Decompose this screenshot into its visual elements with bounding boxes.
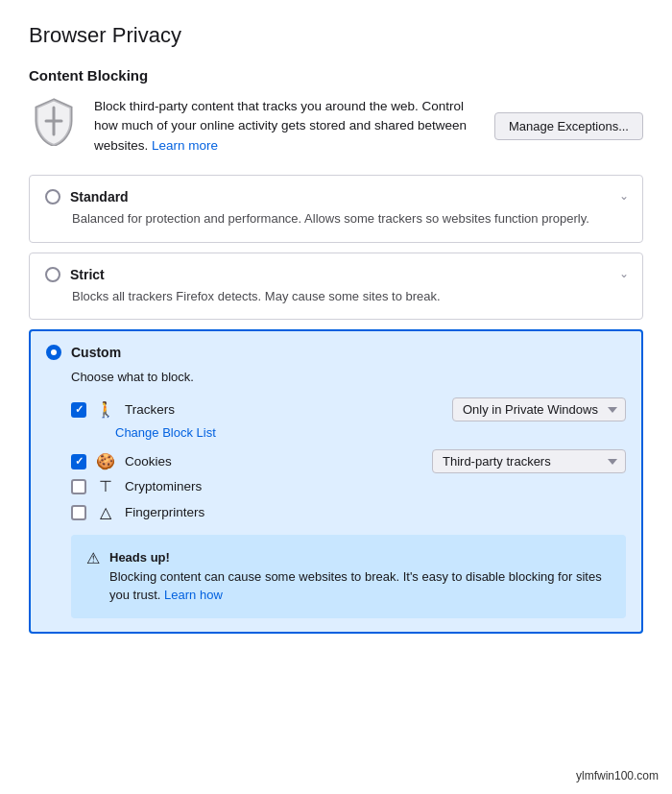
shield-icon <box>29 97 79 147</box>
strict-option-header[interactable]: Strict <box>45 267 627 282</box>
heads-up-text: Heads up! Blocking content can cause som… <box>109 548 611 605</box>
content-blocking-section: Content Blocking Block third-party conte… <box>29 67 643 634</box>
strict-description: Blocks all trackers Firefox detects. May… <box>45 288 627 306</box>
warning-icon: ⚠ <box>86 549 100 567</box>
trackers-label: Trackers <box>125 402 443 417</box>
watermark: ylmfwin100.com <box>572 767 662 784</box>
cryptominers-checkbox[interactable] <box>71 479 86 494</box>
fingerprinters-checkbox[interactable] <box>71 505 86 520</box>
cryptominers-icon: ⊤ <box>96 477 115 495</box>
cookies-row: 🍪 Cookies Third-party trackers All cooki… <box>71 449 626 473</box>
cookies-dropdown[interactable]: Third-party trackers All cookies Cookies… <box>432 449 626 473</box>
cryptominers-label: Cryptominers <box>125 479 626 493</box>
manage-exceptions-button[interactable]: Manage Exceptions... <box>494 112 643 140</box>
fingerprinters-label: Fingerprinters <box>125 505 626 519</box>
custom-radio[interactable] <box>46 345 61 360</box>
strict-option: Strict Blocks all trackers Firefox detec… <box>29 253 643 321</box>
custom-description: Choose what to block. <box>71 370 626 384</box>
heads-up-title: Heads up! <box>109 550 170 565</box>
page-title: Browser Privacy <box>29 23 643 48</box>
custom-content: Choose what to block. 🚶 Trackers Only in… <box>46 370 626 618</box>
standard-option: Standard Balanced for protection and per… <box>29 175 643 243</box>
custom-option: Custom Choose what to block. 🚶 Trackers … <box>29 329 643 634</box>
trackers-row: 🚶 Trackers Only in Private Windows In Al… <box>71 397 626 421</box>
strict-label: Strict <box>70 267 105 282</box>
standard-radio[interactable] <box>45 189 60 205</box>
fingerprinters-row: △ Fingerprinters <box>71 503 626 521</box>
trackers-checkbox[interactable] <box>71 402 86 418</box>
content-blocking-info: Block third-party content that tracks yo… <box>29 97 643 156</box>
strict-chevron-icon: ⌄ <box>619 267 629 280</box>
heads-up-box: ⚠ Heads up! Blocking content can cause s… <box>71 535 626 618</box>
custom-option-header[interactable]: Custom <box>46 345 626 360</box>
learn-more-link[interactable]: Learn more <box>152 138 218 153</box>
trackers-dropdown[interactable]: Only in Private Windows In All Windows A… <box>452 397 626 421</box>
section-heading: Content Blocking <box>29 67 643 84</box>
cookies-icon: 🍪 <box>96 452 115 470</box>
content-blocking-description: Block third-party content that tracks yo… <box>94 97 479 156</box>
standard-label: Standard <box>70 189 129 205</box>
cookies-checkbox[interactable] <box>71 454 86 469</box>
fingerprinters-icon: △ <box>96 503 115 521</box>
cookies-label: Cookies <box>125 454 422 469</box>
change-block-list-link[interactable]: Change Block List <box>115 425 626 440</box>
learn-how-link[interactable]: Learn how <box>164 588 223 602</box>
trackers-icon: 🚶 <box>96 400 115 419</box>
strict-radio[interactable] <box>45 267 60 282</box>
standard-option-header[interactable]: Standard <box>45 189 627 205</box>
custom-label: Custom <box>71 345 121 360</box>
cryptominers-row: ⊤ Cryptominers <box>71 477 626 495</box>
standard-description: Balanced for protection and performance.… <box>45 210 627 229</box>
standard-chevron-icon: ⌄ <box>619 189 629 203</box>
